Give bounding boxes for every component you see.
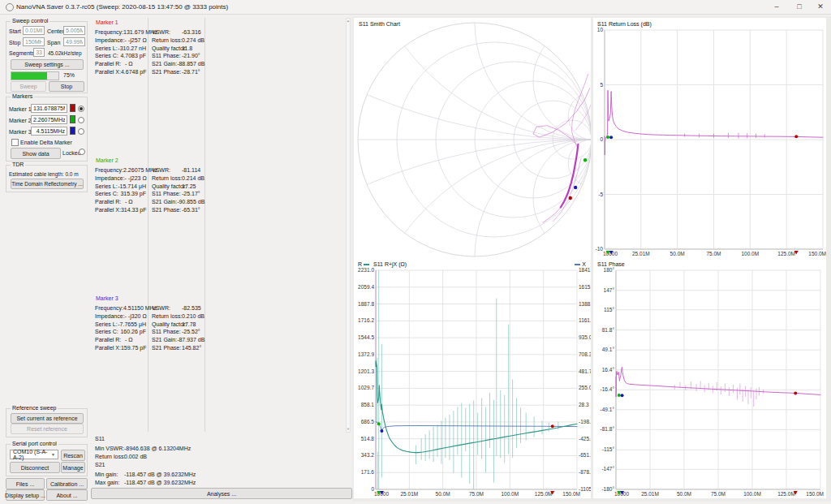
rjx-chart-panel[interactable]: R S11 R+jX (Ω) X 2231.02059.41887.81716.… <box>354 258 591 498</box>
svg-text:1161.7: 1161.7 <box>579 317 591 323</box>
stop-button[interactable]: Stop <box>49 81 84 92</box>
stop-input[interactable] <box>23 37 45 46</box>
svg-text:150.0M: 150.0M <box>806 491 824 497</box>
row-value: -88.857 dB <box>177 61 205 67</box>
calibration-button[interactable]: Calibration ... <box>46 478 88 489</box>
serial-port-title: Serial port control <box>11 441 58 446</box>
segments-input[interactable] <box>33 48 45 57</box>
svg-text:-425.0: -425.0 <box>579 436 591 442</box>
scroll-up-icon[interactable]: ▲ <box>347 19 350 24</box>
data-row: S21 Gain:-90.855 dB <box>152 198 203 206</box>
segments-label: Segments <box>9 50 35 57</box>
svg-text:100.0M: 100.0M <box>743 491 761 497</box>
marker3-radio[interactable] <box>78 128 84 135</box>
locked-radio[interactable] <box>79 149 85 155</box>
set-reference-button[interactable]: Set current as reference <box>11 413 84 424</box>
svg-text:50.0M: 50.0M <box>436 491 450 497</box>
svg-text:686.5: 686.5 <box>361 419 375 424</box>
cable-length-caption: Estimated cable length: <box>9 171 64 177</box>
rjx-plot: 2231.02059.41887.81716.21544.51372.91201… <box>354 258 591 498</box>
marker-panel-scrollbar[interactable]: ▲ ▼ <box>346 18 351 433</box>
row-value: 17.25 <box>182 183 196 189</box>
data-row: S21 Phase:145.82° <box>152 343 203 351</box>
display-setup-button[interactable]: Display setup ... <box>6 489 45 501</box>
sweep-button[interactable]: Sweep <box>11 81 46 92</box>
phase-chart-panel[interactable]: S11 Phase 180°147°115°81.8°49.1°16.4°-16… <box>593 258 826 498</box>
marker2-right-column: VSWR:-81.114Return loss:0.214 dBQuality … <box>152 166 203 213</box>
span-input[interactable] <box>63 37 85 46</box>
markers-group: Markers Marker 1 Marker 2 Marker 3 Enabl… <box>6 97 88 162</box>
row-value: 4.6748 pF <box>121 69 147 75</box>
data-row: Parallel R:- Ω <box>95 198 146 206</box>
svg-text:49.1°: 49.1° <box>602 347 615 352</box>
data-row: Max gain:-118.457 dB @ 39.6232MHz <box>95 478 290 486</box>
data-row: S11 Phase:-25.17° <box>152 190 203 198</box>
marker3-freq-input[interactable] <box>31 127 67 136</box>
svg-text:1029.7: 1029.7 <box>358 385 374 390</box>
data-row: S21 Gain:-87.937 dB <box>152 336 203 344</box>
data-row: Quality factor:17.25 <box>152 182 203 190</box>
scroll-down-icon[interactable]: ▼ <box>347 427 350 432</box>
progress-fill <box>11 72 47 80</box>
row-value: 0.214 dB <box>182 175 205 181</box>
disconnect-button[interactable]: Disconnect <box>10 462 60 473</box>
row-label: VSWR: <box>152 305 182 311</box>
rescan-button[interactable]: Rescan <box>61 450 85 461</box>
about-button[interactable]: About ... <box>46 489 88 501</box>
markers-title: Markers <box>11 93 34 99</box>
row-label: Impedance: <box>95 37 125 43</box>
svg-text:-5: -5 <box>598 192 603 197</box>
row-value: -63.316 <box>182 29 201 35</box>
return-loss-chart-panel[interactable]: S11 Return Loss (dB) 1050-5-101000025.01… <box>593 18 826 258</box>
marker2-data-title: Marker 2 <box>96 157 118 163</box>
row-value: - Ω <box>125 61 133 67</box>
minimize-button[interactable]: – <box>768 1 786 12</box>
svg-text:180°: 180° <box>604 267 615 273</box>
marker1-freq-input[interactable] <box>31 104 67 113</box>
sweep-settings-button[interactable]: Sweep settings ... <box>11 59 84 70</box>
sweep-control-group: Sweep control Start Center Stop Span Seg… <box>6 21 88 93</box>
row-label: S11 Phase: <box>152 53 182 58</box>
svg-text:343.2: 343.2 <box>361 452 375 458</box>
row-label: Quality factor: <box>152 183 182 189</box>
svg-text:1388.3: 1388.3 <box>579 301 591 307</box>
data-row: S21 Phase:-65.31° <box>152 205 203 213</box>
row-label: Impedance: <box>95 313 125 319</box>
row-label: Parallel X: <box>95 69 121 75</box>
marker2-freq-input[interactable] <box>31 115 67 124</box>
serial-port-select[interactable]: COM10 (S-A-A-2) ▼ <box>10 450 58 459</box>
smith-chart-panel[interactable]: S11 Smith Chart <box>354 18 591 258</box>
marker3-label: Marker 3 <box>9 128 32 136</box>
row-label: Impedance: <box>95 175 125 181</box>
manage-button[interactable]: Manage <box>61 462 85 473</box>
row-value: 4.7083 pF <box>120 53 146 58</box>
svg-text:-10: -10 <box>596 246 604 252</box>
marker3-right-column: VSWR:-82.535Return loss:0.210 dBQuality … <box>152 304 203 351</box>
sweep-control-title: Sweep control <box>11 18 50 24</box>
marker2-radio[interactable] <box>78 117 84 123</box>
row-label: Return loss: <box>152 313 182 319</box>
svg-text:125.0M: 125.0M <box>777 251 795 256</box>
start-input[interactable] <box>23 26 45 35</box>
marker1-right-column: VSWR:-63.316Return loss:0.274 dBQuality … <box>152 28 203 75</box>
maximize-button[interactable]: □ <box>790 1 808 12</box>
svg-text:1372.9: 1372.9 <box>358 351 374 357</box>
data-row: Return loss:0.274 dB <box>152 37 203 45</box>
enable-delta-checkbox[interactable] <box>11 139 19 146</box>
data-row: Parallel R:- Ω <box>95 60 146 68</box>
close-button[interactable]: ✕ <box>812 1 829 12</box>
row-label: S21 Phase: <box>152 345 182 351</box>
files-button[interactable]: Files ... <box>6 478 45 489</box>
svg-text:2059.4: 2059.4 <box>358 284 374 290</box>
center-input[interactable] <box>63 26 85 35</box>
marker1-radio[interactable] <box>78 106 84 112</box>
data-row: Impedance:- -j320 Ω <box>95 312 146 321</box>
row-label: VSWR: <box>152 29 182 35</box>
app-icon <box>6 3 14 11</box>
show-data-button[interactable]: Show data <box>11 148 61 159</box>
analyses-button[interactable]: Analyses ... <box>91 488 352 499</box>
reset-reference-button[interactable]: Reset reference <box>11 424 84 434</box>
x-legend-label: X <box>582 261 586 267</box>
tdr-button[interactable]: Time Domain Reflectometry ... <box>11 179 84 189</box>
row-value: 11.8 <box>182 45 192 51</box>
